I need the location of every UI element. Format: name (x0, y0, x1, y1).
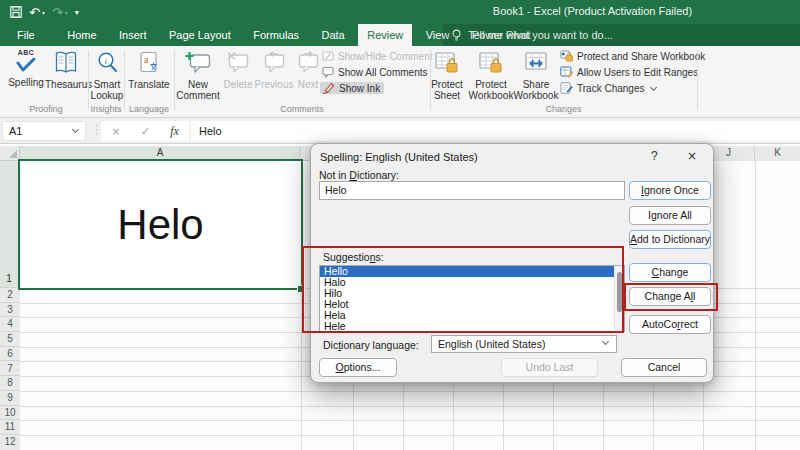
next-comment-icon (293, 51, 323, 78)
column-header-k[interactable]: K (755, 146, 800, 161)
name-box-dropdown-icon[interactable] (72, 126, 79, 133)
show-hide-comment-icon (322, 50, 334, 62)
tab-data[interactable]: Data (312, 24, 353, 46)
ribbon: ABC Spelling Thesaurus Proofing i Smart … (0, 46, 800, 118)
protect-and-share-workbook-label: Protect and Share Workbook (577, 51, 705, 62)
not-in-dictionary-input[interactable]: Helo (319, 181, 625, 200)
row-header-12[interactable]: 12 (0, 435, 20, 450)
row-header-10[interactable]: 10 (0, 406, 20, 421)
suggestions-scrollbar[interactable] (614, 266, 624, 331)
insert-function-icon[interactable]: fx (170, 124, 179, 139)
track-changes-button[interactable]: Track Changes (560, 82, 656, 94)
smart-lookup-button[interactable]: i Smart Lookup (90, 49, 124, 101)
previous-comment-button: Previous (253, 49, 295, 90)
title-bar: ↶▾ ↷▾ ▾ Book1 - Excel (Product Activatio… (0, 0, 800, 24)
suggestion-item-selected[interactable]: Hello (320, 266, 624, 277)
row-header-1[interactable]: 1 (0, 161, 20, 288)
protect-and-share-workbook-button[interactable]: Protect and Share Workbook (560, 50, 705, 62)
dictionary-language-label: Dictionary language: (323, 339, 419, 351)
show-all-comments-label: Show All Comments (338, 67, 427, 78)
group-separator (174, 50, 175, 110)
suggestion-item[interactable]: Helot (320, 299, 624, 310)
row-header-8[interactable]: 8 (0, 376, 20, 391)
row-header-11[interactable]: 11 (0, 420, 20, 435)
name-box[interactable]: A1 (2, 121, 86, 141)
suggestion-item[interactable]: Halo (320, 277, 624, 288)
suggestions-list[interactable]: Hello Halo Hilo Helot Hela Hele (319, 265, 625, 332)
formula-input[interactable]: Helo (191, 121, 800, 141)
fill-handle[interactable] (297, 285, 305, 293)
suggestion-item[interactable]: Hele (320, 321, 624, 332)
previous-comment-icon (253, 51, 295, 78)
smart-lookup-icon: i (90, 51, 124, 78)
cancel-entry-icon[interactable]: × (111, 125, 120, 138)
row-header-6[interactable]: 6 (0, 347, 20, 362)
window-title: Book1 - Excel (Product Activation Failed… (420, 5, 765, 17)
change-button[interactable]: Change (629, 263, 711, 282)
undo-caret-icon[interactable]: ▾ (42, 6, 45, 19)
smart-lookup-label: Smart Lookup (91, 79, 124, 101)
row-header-4[interactable]: 4 (0, 317, 20, 332)
tab-file[interactable]: File (8, 24, 44, 46)
track-changes-dropdown-icon[interactable] (650, 83, 657, 90)
tab-insert[interactable]: Insert (110, 24, 156, 46)
scrollbar-thumb[interactable] (617, 272, 622, 312)
protect-workbook-button[interactable]: Protect Workbook (467, 49, 515, 101)
row-header-2[interactable]: 2 (0, 288, 20, 303)
autocorrect-button[interactable]: AutoCorrect (629, 315, 711, 334)
options-button[interactable]: Options... (319, 358, 397, 377)
row-header-7[interactable]: 7 (0, 362, 20, 377)
thesaurus-button[interactable]: Thesaurus (45, 49, 87, 90)
tell-me-box[interactable]: Tell me what you want to do... (443, 24, 800, 46)
tell-me-label: Tell me what you want to do... (468, 29, 613, 41)
suggestion-item[interactable]: Hela (320, 310, 624, 321)
show-hide-comment-label: Show/Hide Comment (338, 51, 432, 62)
group-label-proofing: Proofing (6, 104, 86, 114)
add-to-dictionary-button[interactable]: Add to Dictionary (629, 230, 711, 249)
share-workbook-icon (512, 51, 560, 78)
group-separator (697, 50, 698, 110)
tab-home[interactable]: Home (58, 24, 105, 46)
show-all-comments-button[interactable]: Show All Comments (322, 66, 427, 78)
translate-button[interactable]: a Translate (126, 49, 172, 90)
confirm-entry-icon[interactable]: ✓ (141, 125, 150, 138)
new-comment-label: New Comment (176, 79, 219, 101)
svg-text:a: a (144, 54, 149, 65)
select-all-corner[interactable] (0, 146, 20, 161)
spelling-button[interactable]: ABC Spelling (6, 49, 46, 88)
ignore-once-button[interactable]: Ignore Once (629, 181, 711, 200)
cell-a1[interactable]: Helo (18, 159, 303, 290)
dictionary-language-value: English (United States) (438, 338, 545, 350)
allow-users-to-edit-ranges-button[interactable]: Allow Users to Edit Ranges (560, 66, 698, 78)
allow-users-to-edit-ranges-icon (560, 66, 573, 78)
track-changes-icon (560, 82, 573, 94)
new-comment-button[interactable]: New Comment (176, 49, 220, 101)
tab-review[interactable]: Review (358, 24, 412, 46)
dialog-title: Spelling: English (United States) (320, 151, 478, 163)
row-header-9[interactable]: 9 (0, 391, 20, 406)
protect-workbook-label: Protect Workbook (469, 79, 514, 101)
ignore-all-button[interactable]: Ignore All (629, 206, 711, 225)
dialog-close-icon[interactable]: × (687, 149, 697, 163)
suggestion-item[interactable]: Hilo (320, 288, 624, 299)
next-comment-label: Next (298, 79, 319, 90)
customize-qat-icon[interactable]: ▾ (75, 6, 79, 19)
tab-formulas[interactable]: Formulas (244, 24, 308, 46)
show-ink-button[interactable]: Show Ink (320, 82, 384, 94)
protect-sheet-button[interactable]: Protect Sheet (425, 49, 469, 101)
dictionary-language-dropdown[interactable]: English (United States) (431, 335, 617, 353)
delete-comment-button: Delete (221, 49, 255, 90)
share-workbook-button[interactable]: Share Workbook (512, 49, 560, 101)
row-header-5[interactable]: 5 (0, 332, 20, 347)
dialog-help-icon[interactable]: ? (651, 149, 658, 163)
row-header-3[interactable]: 3 (0, 303, 20, 318)
cancel-button[interactable]: Cancel (621, 358, 707, 377)
quick-access-toolbar: ↶▾ ↷▾ ▾ (10, 3, 79, 21)
save-icon[interactable] (10, 6, 22, 18)
lightbulb-icon (451, 29, 462, 42)
formula-bar-buttons: × ✓ fx (101, 121, 189, 141)
change-all-button[interactable]: Change All (629, 287, 711, 306)
spelling-dialog: Spelling: English (United States) ? × No… (310, 143, 714, 383)
undo-button[interactable]: ↶▾ (29, 6, 45, 19)
tab-page-layout[interactable]: Page Layout (160, 24, 240, 46)
